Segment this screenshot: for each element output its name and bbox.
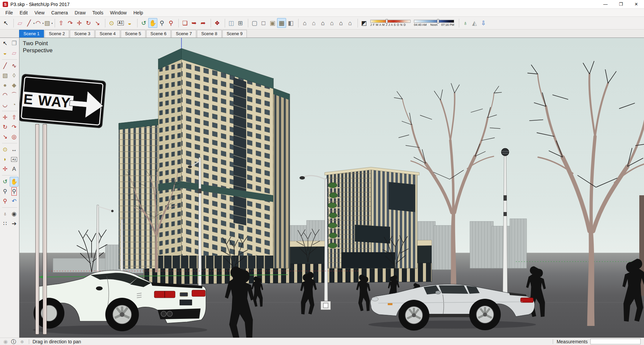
tool-three-point-arc-button[interactable]: ◡ [1,100,9,110]
geolocation-icon[interactable]: ◉ [3,339,8,344]
tool-view-left-button[interactable]: ⌂ [345,18,355,28]
menu-window[interactable]: Window [107,9,130,16]
tab-scene-8[interactable]: Scene 8 [197,30,222,38]
tool-move-button[interactable]: ✛ [75,18,84,28]
tool-look-around-button[interactable]: ◉ [10,209,18,219]
tool-two-point-arc-button[interactable]: ⌒ [10,90,18,100]
tool-select-button[interactable]: ↖ [1,18,10,28]
minimize-button[interactable]: — [598,0,613,8]
tool-zoom-button[interactable]: ⚲ [157,18,166,28]
tool-zoom-extents-button[interactable]: ⚲ [166,18,175,28]
tool-style-back-edges-button[interactable]: ⊞ [236,18,245,28]
tool-zoom-extents-button[interactable]: ⚲ [1,196,9,206]
close-button[interactable]: ✕ [629,0,644,8]
tool-get-models-button[interactable]: ❏ [180,18,190,28]
tool-extension-warehouse-button[interactable]: ❖ [213,18,222,28]
tool-add-location-button[interactable]: ♁ [461,18,470,28]
shadow-date-slider[interactable]: J F M A M J J A S O N D [370,20,411,26]
tool-view-back-button[interactable]: ⌂ [336,18,345,28]
menu-file[interactable]: File [2,9,16,16]
tool-section-plane-button[interactable]: ➔ [10,219,18,228]
tool-rectangle-button[interactable]: ▧ [1,71,9,80]
menu-help[interactable]: Help [130,9,147,16]
model-viewport[interactable]: E WAY Two Point Perspective [19,38,644,338]
shadow-time-slider[interactable]: 04:40 AMNoon07:16 PM [414,20,454,26]
measurements-input[interactable] [590,339,641,344]
tool-zoom-window-button[interactable]: ⚲ [10,187,18,196]
tool-share-model-button[interactable]: ➥ [190,18,199,28]
date-slider-handle[interactable] [386,19,388,23]
tool-style-wireframe-button[interactable]: ▢ [250,18,259,28]
restore-button[interactable]: ❐ [613,0,629,8]
tool-pan-button[interactable]: ✋ [148,18,157,28]
tool-orbit-button[interactable]: ↺ [139,18,148,28]
tool-rotate-button[interactable]: ↻ [1,122,9,132]
tool-shadows-toggle-button[interactable]: ◩ [360,18,369,28]
menu-draw[interactable]: Draw [71,9,89,16]
tool-share-component-button[interactable]: ➦ [199,18,208,28]
tool-rotated-rectangle-button[interactable]: ◊ [10,71,18,80]
tool-tape-measure-button[interactable]: ⊙ [107,18,116,28]
tool-arc-button[interactable]: ◠▾ [34,18,43,28]
tool-circle-button[interactable]: ● [1,80,9,90]
tab-scene-6[interactable]: Scene 6 [146,30,171,38]
tool-dimension-button[interactable]: ↔ [10,145,18,154]
tool-make-component-button[interactable]: ❐ [10,39,18,48]
menu-edit[interactable]: Edit [16,9,31,16]
tool-pie-button[interactable]: ◔ [10,100,18,110]
tool-text-button[interactable]: A1 [116,18,125,28]
menu-view[interactable]: View [31,9,48,16]
time-slider-handle[interactable] [437,19,439,23]
tab-scene-2[interactable]: Scene 2 [45,30,69,38]
tool-tape-measure-button[interactable]: ⊙ [1,145,9,154]
tool-style-shaded-textures-button[interactable]: ▦ [277,18,286,28]
tool-paint-bucket-button[interactable]: ◒ [125,18,134,28]
tool-view-right-button[interactable]: ⌂ [327,18,336,28]
tab-scene-5[interactable]: Scene 5 [121,30,146,38]
tool-walk-button[interactable]: ∷ [1,219,9,228]
tool-view-top-button[interactable]: ⌂ [309,18,318,28]
tool-orbit-button[interactable]: ↺ [1,177,9,187]
tool-axes-button[interactable]: ✢ [1,164,9,174]
tab-scene-7[interactable]: Scene 7 [171,30,196,38]
tool-polygon-button[interactable]: ◆ [10,80,18,90]
tool-freehand-button[interactable]: ∿ [10,61,18,71]
date-gradient-strip[interactable] [370,20,411,23]
tool-scale-button[interactable]: ↘ [1,132,9,142]
tool-three-d-text-button[interactable]: A [10,164,18,174]
rectangle-dropdown-arrow[interactable]: ▾ [51,22,53,25]
tool-protractor-button[interactable]: ◗ [1,154,9,164]
tool-push-pull-button[interactable]: ⇧ [57,18,66,28]
tool-zoom-button[interactable]: ⚲ [1,187,9,196]
tool-push-pull-button[interactable]: ⇧ [10,113,18,122]
tab-scene-9[interactable]: Scene 9 [222,30,247,38]
tab-scene-3[interactable]: Scene 3 [70,30,95,38]
time-gradient-strip[interactable] [414,20,454,23]
tab-scene-1[interactable]: Scene 1 [19,30,44,38]
tool-rectangle-button[interactable]: ▧▾ [43,18,52,28]
tool-follow-me-button[interactable]: ↷ [66,18,75,28]
model-canvas[interactable]: E WAY [19,38,644,338]
info-icon[interactable]: ⓘ [11,339,16,344]
tool-position-camera-button[interactable]: ♁ [1,209,9,219]
tool-follow-me-button[interactable]: ↷ [10,122,18,132]
account-icon[interactable]: ☻ [19,339,25,344]
tool-offset-button[interactable]: ◎ [10,132,18,142]
tool-move-button[interactable]: ✛ [1,113,9,122]
tool-rotate-button[interactable]: ↻ [84,18,93,28]
tool-style-xray-button[interactable]: ◫ [227,18,236,28]
tool-line-button[interactable]: ╱ [1,61,9,71]
tool-place-person-button[interactable]: ⇩ [479,18,488,28]
tool-view-front-button[interactable]: ⌂ [318,18,327,28]
tool-style-shaded-button[interactable]: ▣ [268,18,277,28]
secondary-tower[interactable] [325,167,419,268]
tool-line-button[interactable]: ╱▾ [24,18,34,28]
tool-arc-button[interactable]: ◠ [1,90,9,100]
menu-camera[interactable]: Camera [48,9,71,16]
tool-style-hidden-line-button[interactable]: □ [259,18,268,28]
tab-scene-4[interactable]: Scene 4 [95,30,120,38]
tool-view-iso-button[interactable]: ⌂ [300,18,309,28]
tool-text-button[interactable]: A1 [10,154,18,164]
tool-paint-bucket-button[interactable]: ◒ [1,48,9,58]
tool-scale-button[interactable]: ↘ [93,18,102,28]
